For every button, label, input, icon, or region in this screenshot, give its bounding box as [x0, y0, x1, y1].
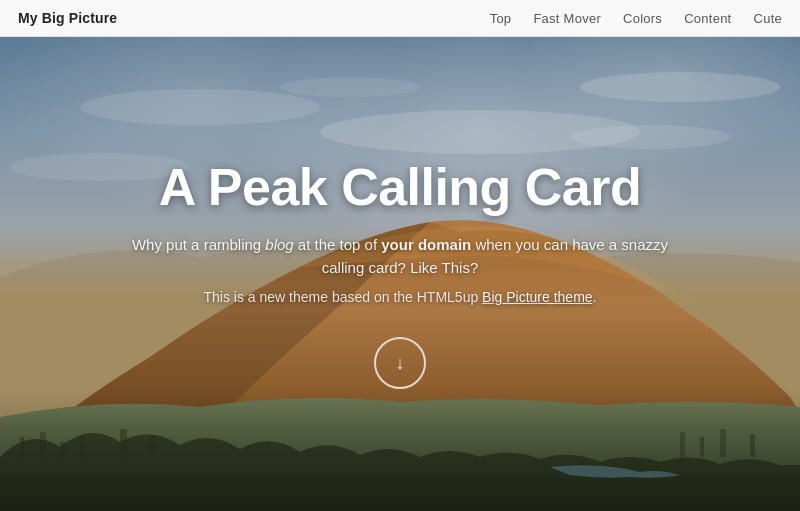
description-prefix: This is a new theme based on the HTML5up [204, 289, 483, 305]
nav-link-fast-mover[interactable]: Fast Mover [533, 11, 601, 26]
scroll-down-button[interactable]: ↓ [374, 337, 426, 389]
nav-link-cute[interactable]: Cute [754, 11, 783, 26]
nav-link-content[interactable]: Content [684, 11, 731, 26]
hero-section: A Peak Calling Card Why put a rambling b… [0, 37, 800, 511]
hero-subtitle: Why put a rambling blog at the top of yo… [120, 234, 680, 279]
description-suffix: . [593, 289, 597, 305]
subtitle-middle: at the top of [294, 236, 382, 253]
subtitle-bold: your domain [381, 236, 471, 253]
nav-link-colors[interactable]: Colors [623, 11, 662, 26]
brand-logo[interactable]: My Big Picture [18, 10, 117, 26]
subtitle-prefix: Why put a rambling [132, 236, 265, 253]
arrow-down-icon: ↓ [396, 354, 405, 372]
nav-link-top[interactable]: Top [490, 11, 512, 26]
big-picture-link[interactable]: Big Picture theme [482, 289, 593, 305]
hero-content: A Peak Calling Card Why put a rambling b… [0, 37, 800, 511]
navbar: My Big Picture Top Fast Mover Colors Con… [0, 0, 800, 37]
hero-title: A Peak Calling Card [159, 159, 641, 216]
subtitle-italic: blog [265, 236, 293, 253]
hero-description: This is a new theme based on the HTML5up… [204, 289, 597, 305]
nav-links: Top Fast Mover Colors Content Cute [490, 9, 782, 27]
